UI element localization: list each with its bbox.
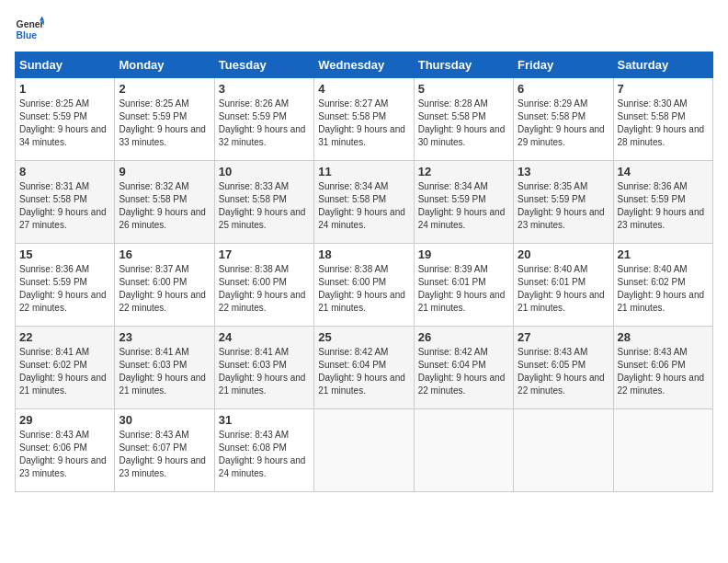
day-info: Sunrise: 8:36 AMSunset: 5:59 PMDaylight:… (19, 264, 107, 313)
calendar-day-31: 31 Sunrise: 8:43 AMSunset: 6:08 PMDaylig… (214, 409, 313, 492)
calendar-week-4: 22 Sunrise: 8:41 AMSunset: 6:02 PMDaylig… (16, 327, 713, 409)
calendar-day-empty (414, 409, 513, 492)
day-info: Sunrise: 8:25 AMSunset: 5:59 PMDaylight:… (119, 98, 206, 147)
day-info: Sunrise: 8:31 AMSunset: 5:58 PMDaylight:… (19, 181, 107, 230)
calendar-day-29: 29 Sunrise: 8:43 AMSunset: 6:06 PMDaylig… (16, 409, 115, 492)
day-number: 24 (219, 330, 310, 344)
calendar-week-5: 29 Sunrise: 8:43 AMSunset: 6:06 PMDaylig… (16, 409, 713, 492)
day-info: Sunrise: 8:43 AMSunset: 6:06 PMDaylight:… (19, 430, 107, 478)
day-number: 5 (418, 82, 509, 96)
day-info: Sunrise: 8:34 AMSunset: 5:58 PMDaylight:… (318, 181, 405, 230)
calendar-day-18: 18 Sunrise: 8:38 AMSunset: 6:00 PMDaylig… (314, 244, 414, 327)
day-info: Sunrise: 8:41 AMSunset: 6:03 PMDaylight:… (219, 347, 306, 396)
day-info: Sunrise: 8:33 AMSunset: 5:58 PMDaylight:… (219, 181, 306, 230)
day-number: 7 (618, 82, 709, 96)
calendar-day-8: 8 Sunrise: 8:31 AMSunset: 5:58 PMDayligh… (16, 161, 115, 244)
calendar-day-6: 6 Sunrise: 8:29 AMSunset: 5:58 PMDayligh… (514, 78, 613, 161)
day-number: 20 (518, 247, 609, 261)
calendar-day-11: 11 Sunrise: 8:34 AMSunset: 5:58 PMDaylig… (314, 161, 414, 244)
day-info: Sunrise: 8:41 AMSunset: 6:03 PMDaylight:… (119, 347, 206, 396)
day-number: 1 (19, 82, 110, 96)
day-info: Sunrise: 8:32 AMSunset: 5:58 PMDaylight:… (119, 181, 206, 230)
calendar-day-3: 3 Sunrise: 8:26 AMSunset: 5:59 PMDayligh… (214, 78, 313, 161)
day-info: Sunrise: 8:42 AMSunset: 6:04 PMDaylight:… (318, 347, 405, 396)
day-number: 30 (119, 413, 210, 427)
day-number: 23 (119, 330, 210, 344)
day-info: Sunrise: 8:38 AMSunset: 6:00 PMDaylight:… (318, 264, 405, 313)
day-number: 26 (418, 330, 509, 344)
day-number: 10 (219, 165, 310, 178)
calendar-table: SundayMondayTuesdayWednesdayThursdayFrid… (15, 52, 713, 492)
day-info: Sunrise: 8:38 AMSunset: 6:00 PMDaylight:… (219, 264, 306, 313)
calendar-day-16: 16 Sunrise: 8:37 AMSunset: 6:00 PMDaylig… (115, 244, 214, 327)
day-number: 19 (418, 247, 509, 261)
day-info: Sunrise: 8:28 AMSunset: 5:58 PMDaylight:… (418, 98, 506, 147)
calendar-day-10: 10 Sunrise: 8:33 AMSunset: 5:58 PMDaylig… (214, 161, 313, 244)
day-number: 22 (19, 330, 110, 344)
calendar-body: 1 Sunrise: 8:25 AMSunset: 5:59 PMDayligh… (16, 78, 713, 492)
calendar-day-17: 17 Sunrise: 8:38 AMSunset: 6:00 PMDaylig… (214, 244, 313, 327)
day-number: 4 (318, 82, 409, 96)
day-number: 29 (19, 413, 110, 427)
calendar-day-20: 20 Sunrise: 8:40 AMSunset: 6:01 PMDaylig… (514, 244, 613, 327)
day-number: 16 (119, 247, 210, 261)
day-info: Sunrise: 8:29 AMSunset: 5:58 PMDaylight:… (518, 98, 605, 147)
day-info: Sunrise: 8:40 AMSunset: 6:02 PMDaylight:… (618, 264, 705, 313)
day-number: 21 (618, 247, 709, 261)
day-info: Sunrise: 8:40 AMSunset: 6:01 PMDaylight:… (518, 264, 605, 313)
weekday-header-tuesday: Tuesday (214, 52, 313, 78)
calendar-day-24: 24 Sunrise: 8:41 AMSunset: 6:03 PMDaylig… (214, 327, 313, 409)
calendar-day-4: 4 Sunrise: 8:27 AMSunset: 5:58 PMDayligh… (314, 78, 414, 161)
day-info: Sunrise: 8:34 AMSunset: 5:59 PMDaylight:… (418, 181, 506, 230)
day-number: 9 (119, 165, 210, 178)
day-number: 18 (318, 247, 409, 261)
calendar-day-19: 19 Sunrise: 8:39 AMSunset: 6:01 PMDaylig… (414, 244, 513, 327)
day-info: Sunrise: 8:37 AMSunset: 6:00 PMDaylight:… (119, 264, 206, 313)
calendar-day-15: 15 Sunrise: 8:36 AMSunset: 5:59 PMDaylig… (16, 244, 115, 327)
day-number: 27 (518, 330, 609, 344)
day-info: Sunrise: 8:35 AMSunset: 5:59 PMDaylight:… (518, 181, 605, 230)
day-info: Sunrise: 8:41 AMSunset: 6:02 PMDaylight:… (19, 347, 107, 396)
calendar-day-23: 23 Sunrise: 8:41 AMSunset: 6:03 PMDaylig… (115, 327, 214, 409)
calendar-day-26: 26 Sunrise: 8:42 AMSunset: 6:04 PMDaylig… (414, 327, 513, 409)
calendar-week-3: 15 Sunrise: 8:36 AMSunset: 5:59 PMDaylig… (16, 244, 713, 327)
day-number: 25 (318, 330, 409, 344)
calendar-day-7: 7 Sunrise: 8:30 AMSunset: 5:58 PMDayligh… (613, 78, 712, 161)
day-info: Sunrise: 8:43 AMSunset: 6:08 PMDaylight:… (219, 430, 306, 478)
calendar-day-1: 1 Sunrise: 8:25 AMSunset: 5:59 PMDayligh… (16, 78, 115, 161)
weekday-header-friday: Friday (514, 52, 613, 78)
day-info: Sunrise: 8:39 AMSunset: 6:01 PMDaylight:… (418, 264, 506, 313)
day-number: 2 (119, 82, 210, 96)
day-number: 8 (19, 165, 110, 178)
day-info: Sunrise: 8:30 AMSunset: 5:58 PMDaylight:… (618, 98, 705, 147)
calendar-day-14: 14 Sunrise: 8:36 AMSunset: 5:59 PMDaylig… (613, 161, 712, 244)
calendar-day-empty (613, 409, 712, 492)
calendar-week-2: 8 Sunrise: 8:31 AMSunset: 5:58 PMDayligh… (16, 161, 713, 244)
day-number: 11 (318, 165, 409, 178)
weekday-header-wednesday: Wednesday (314, 52, 414, 78)
svg-marker-2 (40, 17, 44, 21)
calendar-day-empty (314, 409, 414, 492)
day-info: Sunrise: 8:43 AMSunset: 6:07 PMDaylight:… (119, 430, 206, 478)
weekday-header-thursday: Thursday (414, 52, 513, 78)
calendar-day-empty (514, 409, 613, 492)
svg-text:General: General (17, 19, 44, 29)
calendar-day-5: 5 Sunrise: 8:28 AMSunset: 5:58 PMDayligh… (414, 78, 513, 161)
calendar-day-27: 27 Sunrise: 8:43 AMSunset: 6:05 PMDaylig… (514, 327, 613, 409)
weekday-header-sunday: Sunday (16, 52, 115, 78)
day-number: 31 (219, 413, 310, 427)
calendar-day-9: 9 Sunrise: 8:32 AMSunset: 5:58 PMDayligh… (115, 161, 214, 244)
day-number: 15 (19, 247, 110, 261)
weekday-header-saturday: Saturday (613, 52, 712, 78)
svg-text:Blue: Blue (17, 30, 38, 40)
calendar-day-28: 28 Sunrise: 8:43 AMSunset: 6:06 PMDaylig… (613, 327, 712, 409)
day-number: 13 (518, 165, 609, 178)
calendar-day-2: 2 Sunrise: 8:25 AMSunset: 5:59 PMDayligh… (115, 78, 214, 161)
logo: General Blue (15, 15, 44, 44)
calendar-day-12: 12 Sunrise: 8:34 AMSunset: 5:59 PMDaylig… (414, 161, 513, 244)
calendar-week-1: 1 Sunrise: 8:25 AMSunset: 5:59 PMDayligh… (16, 78, 713, 161)
calendar-day-30: 30 Sunrise: 8:43 AMSunset: 6:07 PMDaylig… (115, 409, 214, 492)
logo-icon: General Blue (15, 15, 44, 44)
day-info: Sunrise: 8:26 AMSunset: 5:59 PMDaylight:… (219, 98, 306, 147)
day-number: 6 (518, 82, 609, 96)
